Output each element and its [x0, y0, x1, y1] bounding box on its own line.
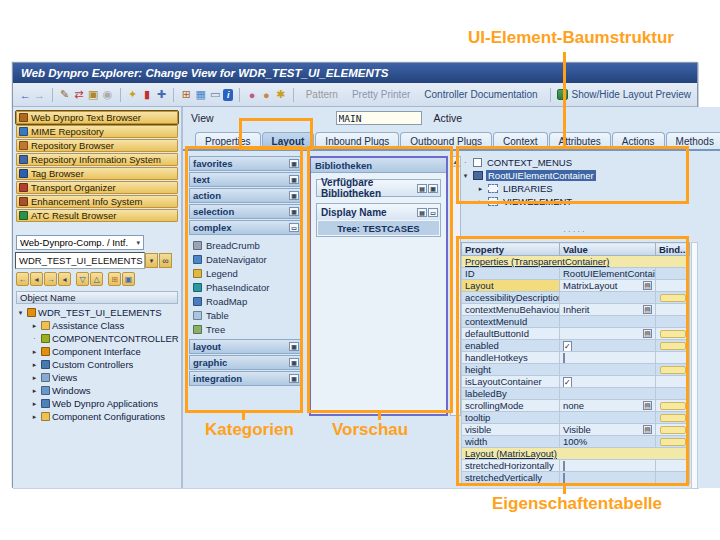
- expand-icon[interactable]: ▣: [289, 342, 299, 351]
- menu-icon[interactable]: ▤: [417, 208, 427, 217]
- sidebar-button-atc-result-browser[interactable]: ATC Result Browser: [16, 209, 178, 222]
- tab-methods[interactable]: Methods: [666, 132, 720, 149]
- minimize-icon[interactable]: ▭: [428, 208, 438, 217]
- palette-item-table[interactable]: Table: [193, 308, 303, 322]
- property-value-cell[interactable]: RootUIElementContainer: [560, 268, 656, 280]
- bind-button[interactable]: [660, 426, 686, 434]
- property-bind-cell[interactable]: [656, 328, 690, 340]
- property-name-cell[interactable]: stretchedHorizontally: [462, 460, 560, 472]
- property-name-cell[interactable]: ID: [462, 268, 560, 280]
- controller-documentation-button[interactable]: Controller Documentation: [424, 89, 537, 100]
- palette-item-roadmap[interactable]: RoadMap: [193, 294, 303, 308]
- object-name-input[interactable]: WDR_TEST_UI_ELEMENTS: [16, 253, 144, 268]
- property-name-cell[interactable]: width: [462, 436, 560, 448]
- palette-item-legend[interactable]: Legend: [193, 266, 303, 280]
- category-header-selection[interactable]: selection▣: [189, 204, 303, 219]
- property-bind-cell[interactable]: [656, 460, 690, 472]
- property-name-cell[interactable]: accessibilityDescription: [462, 292, 560, 304]
- sidebar-button-repository-information-system[interactable]: Repository Information System: [16, 153, 178, 166]
- object-tree-item[interactable]: ▸Windows: [16, 384, 178, 397]
- dropdown-list-icon[interactable]: ▤: [643, 329, 652, 338]
- checkbox-checked[interactable]: ✓: [563, 341, 572, 352]
- collapse-icon[interactable]: ▭: [289, 223, 299, 232]
- property-name-cell[interactable]: handleHotkeys: [462, 352, 560, 364]
- property-value-cell[interactable]: [560, 472, 656, 484]
- pretty-printer-button[interactable]: Pretty Printer: [352, 89, 410, 100]
- refresh-icon[interactable]: ◉: [101, 87, 113, 102]
- preview-section-header[interactable]: Display Name▤▭: [317, 204, 440, 220]
- nav-forward-icon[interactable]: →: [44, 272, 57, 286]
- property-value-cell[interactable]: Inherit▤: [560, 304, 656, 316]
- edit-icon[interactable]: ✎: [58, 87, 70, 102]
- property-name-cell[interactable]: stretchedVertically: [462, 472, 560, 484]
- property-name-cell[interactable]: scrollingMode: [462, 400, 560, 412]
- expand-icon[interactable]: ▣: [289, 191, 299, 200]
- tree-collapsed-icon[interactable]: ▸: [30, 361, 39, 369]
- property-name-cell[interactable]: contextMenuId: [462, 316, 560, 328]
- maximize-icon[interactable]: ▣: [428, 184, 438, 193]
- expand-subtree-icon[interactable]: △: [90, 272, 103, 286]
- property-value-cell[interactable]: MatrixLayout▤: [560, 280, 656, 292]
- property-value-cell[interactable]: [560, 460, 656, 472]
- property-bind-cell[interactable]: [656, 292, 690, 304]
- tab-inbound-plugs[interactable]: Inbound Plugs: [315, 132, 399, 149]
- value-column-header[interactable]: Value: [560, 243, 656, 256]
- property-name-cell[interactable]: contextMenuBehaviour: [462, 304, 560, 316]
- lock-icon[interactable]: ✦: [127, 87, 139, 102]
- expand-icon[interactable]: ▣: [289, 358, 299, 367]
- info-icon[interactable]: i: [223, 89, 233, 101]
- expand-icon[interactable]: ▣: [289, 175, 299, 184]
- tree-expanded-icon[interactable]: ▾: [461, 172, 470, 180]
- tree-expanded-icon[interactable]: ▾: [16, 309, 25, 317]
- property-bind-cell[interactable]: [656, 340, 690, 352]
- property-name-cell[interactable]: tooltip: [462, 412, 560, 424]
- hierarchy-icon[interactable]: ⊞: [180, 87, 192, 102]
- palette-item-breadcrumb[interactable]: BreadCrumb: [193, 238, 303, 252]
- category-header-text[interactable]: text▣: [189, 172, 303, 187]
- browser-type-select[interactable]: Web-Dynpro-Comp. / Intf. ▾: [16, 235, 144, 250]
- nav-back-menu-icon[interactable]: ◂: [30, 272, 43, 286]
- tab-attributes[interactable]: Attributes: [549, 132, 611, 149]
- property-bind-cell[interactable]: [656, 412, 690, 424]
- copy-icon[interactable]: ▣: [87, 87, 99, 102]
- bind-button[interactable]: [660, 342, 686, 350]
- ui-tree-item-viewelement[interactable]: ▸VIEWELEMENT: [461, 195, 689, 208]
- tree-display-icon[interactable]: ⊞: [108, 272, 121, 286]
- property-value-cell[interactable]: ▤: [560, 328, 656, 340]
- splitter-handle[interactable]: ·····: [461, 227, 689, 236]
- display-change-icon[interactable]: ⇄: [73, 87, 85, 102]
- test-icon[interactable]: ✱: [275, 87, 287, 102]
- search-icon[interactable]: ∞: [159, 253, 172, 268]
- checkbox-unchecked[interactable]: [563, 353, 565, 364]
- category-header-favorites[interactable]: favorites▣: [189, 156, 303, 171]
- preview-section-header[interactable]: Verfügbare Bibliotheken▤▣: [317, 180, 440, 196]
- property-section-header[interactable]: Layout (MatrixLayout): [462, 448, 690, 460]
- activate-icon[interactable]: ●: [260, 87, 272, 102]
- category-header-layout[interactable]: layout▣: [189, 339, 303, 354]
- expand-icon[interactable]: ▣: [289, 207, 299, 216]
- object-dropdown-icon[interactable]: ▾: [145, 253, 158, 268]
- ui-tree-item-rootuielementcontainer[interactable]: ▾RootUIElementContainer: [461, 169, 689, 182]
- view-name-input[interactable]: [336, 111, 422, 125]
- sidebar-button-mime-repository[interactable]: MIME Repository: [16, 125, 178, 138]
- tree-collapsed-icon[interactable]: ▸: [30, 322, 39, 330]
- runtime-object-icon[interactable]: ▦: [195, 87, 207, 102]
- tab-layout[interactable]: Layout: [262, 132, 315, 149]
- nav-back-icon[interactable]: ←: [16, 272, 29, 286]
- property-bind-cell[interactable]: [656, 400, 690, 412]
- expand-icon[interactable]: ▣: [289, 159, 299, 168]
- property-name-cell[interactable]: isLayoutContainer: [462, 376, 560, 388]
- property-bind-cell[interactable]: [656, 304, 690, 316]
- object-tree-item[interactable]: ·COMPONENTCONTROLLER: [16, 332, 178, 345]
- property-value-cell[interactable]: [560, 388, 656, 400]
- property-value-cell[interactable]: 100%: [560, 436, 656, 448]
- bind-button[interactable]: [660, 414, 686, 422]
- nav-forward-menu-icon[interactable]: ◂: [58, 272, 71, 286]
- object-tree-item[interactable]: ▸Custom Controllers: [16, 358, 178, 371]
- tab-actions[interactable]: Actions: [612, 132, 665, 149]
- sidebar-button-tag-browser[interactable]: Tag Browser: [16, 167, 178, 180]
- checkbox-unchecked[interactable]: [563, 473, 565, 484]
- palette-item-datenavigator[interactable]: DateNavigator: [193, 252, 303, 266]
- category-header-complex[interactable]: complex▭: [189, 220, 303, 235]
- property-value-cell[interactable]: [560, 292, 656, 304]
